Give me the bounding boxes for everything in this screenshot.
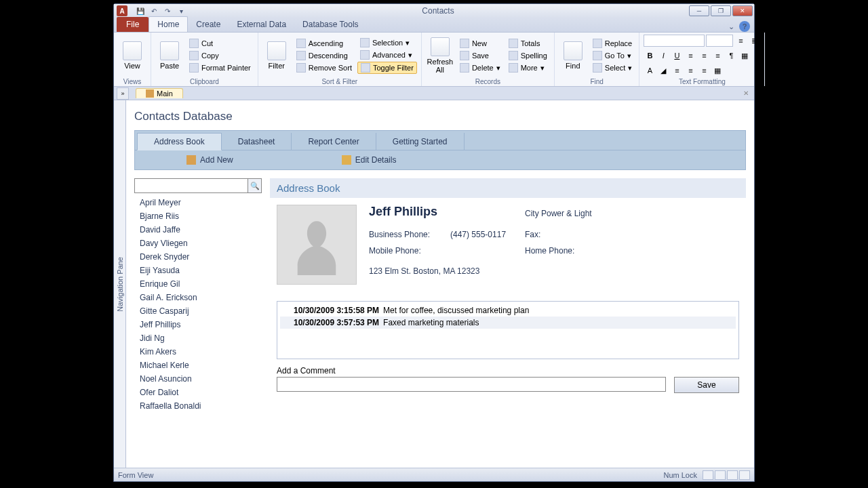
tab-address-book[interactable]: Address Book (137, 133, 222, 150)
paste-button[interactable]: Paste (155, 34, 184, 77)
align-right-icon[interactable]: ≡ (711, 49, 724, 62)
add-new-button[interactable]: Add New (146, 154, 274, 166)
italic-button[interactable]: I (657, 49, 669, 62)
create-tab[interactable]: Create (188, 17, 229, 32)
toggle-filter-button[interactable]: Toggle Filter (357, 62, 417, 74)
list-item[interactable]: Jeff Phillips (134, 318, 262, 331)
delete-button[interactable]: Delete ▾ (457, 62, 503, 73)
list-item[interactable]: April Meyer (134, 196, 262, 209)
view-button[interactable]: View (118, 34, 146, 77)
format-painter-icon (189, 63, 199, 73)
layout-view-icon[interactable] (727, 470, 738, 480)
qat-customize-icon[interactable]: ▾ (175, 5, 187, 16)
tab-getting-started[interactable]: Getting Started (376, 133, 465, 150)
advanced-button[interactable]: Advanced ▾ (357, 49, 417, 60)
bullet-list-icon[interactable]: ≡ (734, 35, 747, 47)
search-button[interactable]: 🔍 (248, 179, 261, 192)
avatar (277, 205, 357, 285)
list-item[interactable]: Davy Vliegen (134, 237, 262, 250)
database-tools-tab[interactable]: Database Tools (294, 17, 367, 32)
home-phone-value (593, 246, 739, 256)
list-item[interactable]: Noel Asuncion (134, 372, 262, 386)
font-color-icon[interactable]: A (644, 64, 656, 77)
number-list-icon[interactable]: ≣ (748, 35, 760, 47)
list-item[interactable]: Kim Akers (134, 345, 262, 359)
align-left-2-icon[interactable]: ≡ (671, 64, 683, 77)
list-item[interactable]: Gitte Casparij (134, 304, 262, 318)
navigation-pane-collapsed[interactable]: Navigation Pane (114, 100, 126, 468)
fill-color-icon[interactable]: ◢ (657, 64, 669, 77)
status-left: Form View (118, 471, 153, 479)
align-right-2-icon[interactable]: ≡ (698, 64, 710, 77)
remove-sort-button[interactable]: Remove Sort (294, 62, 355, 73)
cut-icon (189, 39, 199, 48)
help-icon[interactable]: ? (739, 21, 750, 32)
new-button[interactable]: New (457, 38, 503, 49)
home-tab[interactable]: Home (149, 16, 188, 32)
document-tab-close-icon[interactable]: ✕ (741, 88, 751, 99)
tab-datasheet[interactable]: Datasheet (222, 133, 292, 150)
close-button[interactable]: ✕ (732, 5, 753, 16)
spelling-button[interactable]: Spelling (506, 50, 550, 61)
minimize-ribbon-icon[interactable]: ⌄ (726, 21, 736, 32)
navpane-toggle-button[interactable]: » (117, 87, 129, 100)
comment-input[interactable] (277, 377, 666, 392)
list-item[interactable]: Eiji Yasuda (134, 264, 262, 277)
external-data-tab[interactable]: External Data (229, 17, 294, 32)
minimize-button[interactable]: ─ (689, 5, 709, 16)
search-input[interactable] (135, 179, 248, 192)
selection-button[interactable]: Selection ▾ (357, 37, 417, 48)
person-silhouette-icon (290, 214, 344, 275)
save-record-button[interactable]: Save (457, 50, 503, 61)
filter-button[interactable]: Filter (262, 34, 291, 77)
document-tab-main[interactable]: Main (136, 88, 183, 98)
replace-button[interactable]: Replace (590, 38, 635, 49)
datasheet-view-icon[interactable] (715, 470, 726, 480)
align-center-icon[interactable]: ≡ (698, 49, 710, 62)
font-size-combo[interactable] (706, 35, 733, 47)
find-button[interactable]: Find (559, 34, 587, 77)
undo-icon[interactable]: ↶ (148, 5, 160, 16)
file-tab[interactable]: File (117, 17, 149, 32)
list-item[interactable]: Bjarne Riis (134, 209, 262, 223)
font-family-combo[interactable] (644, 35, 705, 47)
totals-button[interactable]: Totals (506, 38, 550, 49)
list-item[interactable]: Michael Kerle (134, 359, 262, 372)
list-item[interactable]: David Jaffe (134, 223, 262, 237)
edit-details-button[interactable]: Edit Details (301, 154, 437, 166)
list-item[interactable]: Enrique Gil (134, 277, 262, 291)
restore-button[interactable]: ❐ (711, 5, 731, 16)
contact-list[interactable]: April MeyerBjarne RiisDavid JaffeDavy Vl… (134, 196, 262, 413)
list-item[interactable]: Jidi Ng (134, 331, 262, 345)
align-center-2-icon[interactable]: ≡ (684, 64, 696, 77)
list-item[interactable]: Derek Snyder (134, 250, 262, 264)
format-painter-button[interactable]: Format Painter (186, 62, 254, 73)
delete-icon (460, 63, 469, 73)
text-direction-icon[interactable]: ¶ (725, 49, 737, 62)
form-view-icon[interactable] (703, 470, 713, 480)
gridlines-icon[interactable]: ▦ (738, 49, 751, 62)
align-left-icon[interactable]: ≡ (684, 49, 696, 62)
filter-icon (267, 41, 286, 60)
more-button[interactable]: More ▾ (506, 62, 550, 73)
list-item[interactable]: Gail A. Erickson (134, 291, 262, 304)
refresh-all-button[interactable]: Refresh All (426, 34, 454, 77)
ribbon-tabstrip: File Home Create External Data Database … (114, 18, 754, 33)
tab-report-center[interactable]: Report Center (292, 133, 376, 150)
design-view-icon[interactable] (739, 470, 750, 480)
save-icon[interactable]: 💾 (134, 5, 146, 16)
underline-button[interactable]: U (671, 49, 683, 62)
select-button[interactable]: Select ▾ (590, 62, 635, 73)
cut-button[interactable]: Cut (186, 38, 254, 49)
goto-button[interactable]: Go To ▾ (590, 50, 635, 61)
redo-icon[interactable]: ↷ (161, 5, 174, 16)
list-item[interactable]: Ofer Daliot (134, 386, 262, 399)
list-item[interactable]: Raffaella Bonaldi (134, 399, 262, 413)
save-button[interactable]: Save (674, 377, 739, 393)
descending-button[interactable]: Descending (294, 50, 355, 61)
ascending-button[interactable]: Ascending (294, 38, 355, 49)
bold-button[interactable]: B (644, 49, 656, 62)
alt-row-color-icon[interactable]: ▦ (711, 64, 724, 77)
copy-button[interactable]: Copy (186, 50, 254, 61)
contact-sidebar: 🔍 April MeyerBjarne RiisDavid JaffeDavy … (134, 178, 262, 413)
